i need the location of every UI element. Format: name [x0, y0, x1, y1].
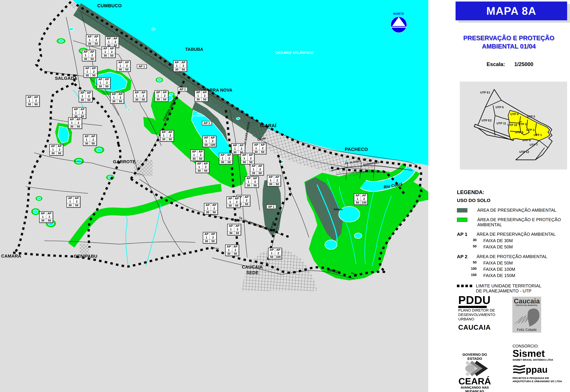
- ap1-area-label[interactable]: AP 1: [266, 205, 276, 209]
- ap-table[interactable]: AP 1 AP 2 30 50: [105, 36, 119, 48]
- ap1-value: 30: [50, 152, 56, 155]
- ap2-header: AP 2: [197, 150, 204, 157]
- ap1-header: AP 1: [117, 61, 124, 68]
- ap-table[interactable]: AP 1 AP 2 30 50: [102, 46, 116, 58]
- ap-table[interactable]: AP 1 AP 2 30 50: [39, 211, 53, 223]
- ap1-header: AP 1: [354, 194, 361, 201]
- ap-table[interactable]: AP 1 AP 2 30 50: [97, 77, 111, 89]
- ap1-value: 30: [250, 171, 257, 175]
- north-compass-icon: [390, 16, 407, 33]
- ap-table[interactable]: AP 1 AP 2 30 50: [84, 66, 97, 78]
- ap-table[interactable]: AP 1 AP 2 50 100: [268, 248, 282, 259]
- ap-table[interactable]: AP 1 AP 2 30 50: [267, 175, 281, 186]
- ap-table[interactable]: AP 1 AP 2 30 50: [219, 153, 233, 164]
- ap-table[interactable]: AP 1 AP 2 30 50: [225, 245, 239, 256]
- ap2-header: AP 2: [243, 195, 250, 202]
- ap2-header: AP 2: [90, 67, 97, 74]
- ap-table[interactable]: AP 1 AP 2 30 50: [83, 134, 97, 146]
- ap-table[interactable]: AP 1 AP 2 30 50: [227, 224, 241, 235]
- ap-table[interactable]: AP 1 AP 2 30 50: [110, 92, 124, 104]
- ap-table[interactable]: AP 1 AP 2 30 50: [133, 90, 147, 102]
- ap1-header: AP 1: [84, 67, 90, 74]
- ap-table[interactable]: AP 1 AP 2 30 50: [82, 50, 96, 61]
- ap-table[interactable]: AP 1 AP 2 30 50: [173, 60, 187, 72]
- map-canvas[interactable]: CUMBUCOTABUBAOCEANO ATLÂNTICOSALGADABARR…: [0, 0, 428, 392]
- ap-table[interactable]: AP 1 AP 2 30 50: [226, 196, 240, 208]
- ap2-value: 50: [201, 98, 208, 101]
- ap2-value: 50: [226, 160, 232, 164]
- ap1-value: 30: [97, 85, 104, 88]
- utp-region-label: UTP 12: [519, 150, 529, 154]
- ap-table[interactable]: AP 1 AP 2 30 50: [26, 95, 40, 107]
- ap-table[interactable]: AP 1 AP 2 30 50: [203, 232, 217, 243]
- ap1-header: AP 1: [155, 91, 161, 98]
- place-label: DO BANANA: [193, 115, 204, 117]
- ap2-header: AP 2: [202, 162, 209, 169]
- ap-table[interactable]: AP 1 AP 2 30 50: [154, 90, 168, 102]
- ppau-subtitle: PROJETOS E PESQUISAS EMARQUITETURA E URB…: [512, 377, 569, 383]
- ap1-header: AP 1: [79, 91, 86, 98]
- ap1-header: AP 1: [40, 212, 46, 219]
- ap1-value: 30: [117, 68, 124, 71]
- ap-title: ÁREA DE PRESERVAÇÃO AMBIENTAL: [477, 232, 556, 237]
- ap-table[interactable]: AP 1 AP 2 30 50: [49, 144, 63, 156]
- ap2-header: AP 2: [104, 78, 110, 85]
- ap-table[interactable]: AP 1 AP 2 30 50: [250, 164, 264, 175]
- ap1-value: 30: [241, 160, 248, 164]
- faixa-rows: 50 FAIXA DE 50M 100 FAIXA DE 100M 150 FA…: [457, 260, 565, 278]
- legend-item-text: ÁREA DE PRESERVAÇÃO AMBIENTAL: [477, 208, 556, 213]
- ap2-header: AP 2: [274, 175, 281, 182]
- ap-table[interactable]: AP 1 AP 2 30 50: [195, 90, 208, 102]
- ap1-header: AP 1: [111, 92, 117, 99]
- ap-table[interactable]: AP 1 AP 2 30 50: [190, 150, 204, 161]
- ap-table[interactable]: AP 1 AP 2 50 150: [354, 193, 368, 205]
- utp-region-label: UTP 7: [530, 143, 538, 147]
- ap-table[interactable]: AP 1 AP 2 50 100: [202, 136, 216, 147]
- subtitle-line1: PRESERVAÇÃO E PROTEÇÃO: [448, 34, 570, 42]
- governo-slogan: AVANÇANDO NAS MUDANÇAS: [458, 386, 492, 392]
- ap1-header: AP 1: [253, 143, 259, 150]
- ap-table[interactable]: AP 1 AP 2 30 50: [72, 107, 86, 119]
- ap-table[interactable]: AP 1 AP 2 30 50: [86, 35, 100, 46]
- utp-region-label: UTP 4: [510, 112, 518, 116]
- prefeitura-slogan: Feliz Cidade: [512, 328, 541, 332]
- ap1-value: 30: [195, 98, 201, 101]
- ap-table[interactable]: AP 1 AP 2 30 50: [195, 162, 209, 173]
- ap-table[interactable]: AP 1 AP 2 30 50: [79, 91, 92, 102]
- ap1-area-label[interactable]: AP 1: [137, 64, 147, 69]
- ap1-header: AP 1: [160, 130, 167, 138]
- utp-inset-map[interactable]: UTP E1UTP 6UTP E2UTP 11UTP 4UTP 5UTP 10U…: [460, 82, 567, 169]
- ap1-header: AP 1: [268, 248, 275, 255]
- ap1-area-label[interactable]: AP 1: [178, 87, 188, 91]
- legend-item: ÁREA DE PRESERVAÇÃO AMBIENTAL: [457, 208, 565, 213]
- legend-swatch: [457, 218, 467, 222]
- ap2-value: 50: [274, 182, 281, 186]
- ap-table[interactable]: AP 1 AP 2 30 50: [253, 143, 266, 154]
- faixa-row: 50 FAIXA DE 50M: [457, 260, 565, 266]
- faixa-value: 50: [466, 244, 477, 250]
- ap-table[interactable]: AP 1 AP 2 30 50: [240, 153, 255, 164]
- ap2-header: AP 2: [74, 196, 80, 204]
- ap1-value: 30: [191, 157, 197, 161]
- faixa-row: 30 FAIXA DE 30M: [457, 238, 565, 243]
- ap2-header: AP 2: [252, 177, 258, 184]
- ap2-header: AP 2: [75, 118, 82, 125]
- ap-table[interactable]: AP 1 AP 2 30 50: [245, 176, 259, 188]
- ap-table[interactable]: AP 1 AP 2 30 50: [68, 117, 82, 129]
- place-label: CAMARÁ: [1, 253, 21, 259]
- ap1-area-label[interactable]: AP 1: [202, 121, 212, 125]
- ap-table[interactable]: AP 1 AP 2 30 50: [66, 196, 80, 208]
- ap1-header: AP 1: [232, 144, 238, 151]
- ap2-header: AP 2: [93, 35, 100, 42]
- ap-table[interactable]: AP 1 AP 2 30 50: [160, 130, 174, 141]
- scale-label: Escala:: [487, 61, 505, 67]
- ap1-value: 30: [134, 98, 140, 102]
- utp-region-label: UTP 3: [518, 123, 526, 126]
- ap1-value: 30: [203, 239, 210, 243]
- ap1-header: AP 1: [97, 78, 104, 85]
- faixa-row: 100 FAIXA DE 100M: [457, 267, 565, 272]
- faixa-text: FAIXA DE 30M: [483, 238, 513, 243]
- ap-table[interactable]: AP 1 AP 2 30 50: [204, 203, 218, 214]
- faixa-value: 150: [466, 273, 477, 278]
- ap-table[interactable]: AP 1 AP 2 30 50: [117, 60, 131, 72]
